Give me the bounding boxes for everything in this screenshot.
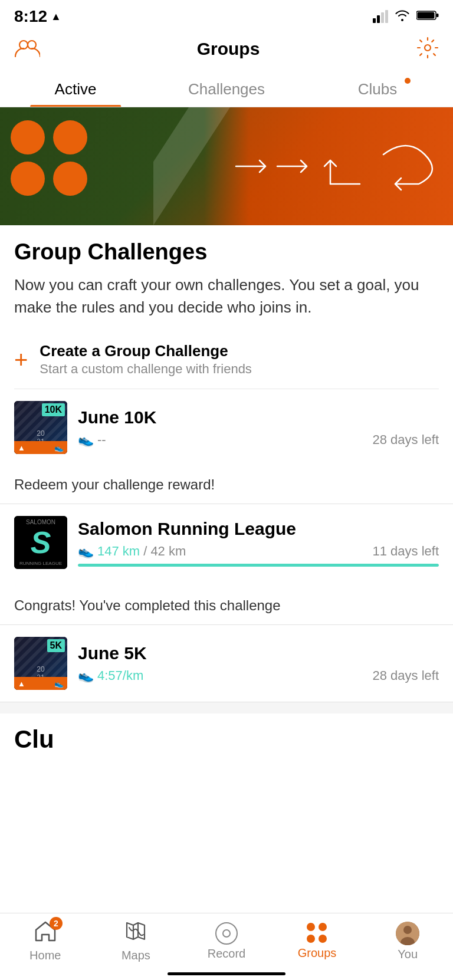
home-icon: 2 bbox=[34, 920, 57, 946]
location-arrow-icon: ▲ bbox=[51, 11, 61, 23]
settings-icon[interactable] bbox=[416, 37, 439, 61]
section-description: Now you can craft your own challenges. Y… bbox=[14, 274, 439, 318]
maps-icon bbox=[124, 920, 147, 946]
record-icon bbox=[215, 922, 238, 945]
challenge-card-june10k[interactable]: 10K 2021 ▲ 👟 June 10K 👟 -- 28 days left bbox=[0, 389, 453, 466]
battery-icon bbox=[416, 10, 439, 23]
shoe-icon-salomon: 👟 bbox=[78, 544, 94, 559]
home-badge: 2 bbox=[50, 917, 63, 930]
bottom-nav: 2 Home Maps Record bbox=[0, 913, 453, 980]
svg-rect-2 bbox=[436, 14, 439, 17]
section-title: Group Challenges bbox=[14, 239, 439, 265]
nav-groups[interactable]: Groups bbox=[288, 923, 347, 960]
redeem-message: Redeem your challenge reward! bbox=[0, 466, 453, 504]
challenge-card-salomon[interactable]: SALOMON S RUNNING LEAGUE Salomon Running… bbox=[0, 504, 453, 587]
nav-you[interactable]: You bbox=[378, 922, 437, 961]
challenge-card-june5k[interactable]: 5K 2021 ▲ 👟 June 5K 👟 4:57/km 28 days le… bbox=[0, 625, 453, 702]
create-challenge-row[interactable]: + Create a Group Challenge Start a custo… bbox=[14, 335, 439, 389]
svg-rect-1 bbox=[418, 12, 435, 19]
status-bar: 8:12 ▲ bbox=[0, 0, 453, 31]
challenge-info-june5k: June 5K 👟 4:57/km 28 days left bbox=[78, 643, 439, 683]
tabs: Active Challenges Clubs bbox=[0, 71, 453, 107]
page-title: Groups bbox=[197, 39, 260, 59]
svg-marker-6 bbox=[153, 107, 230, 225]
friends-icon[interactable] bbox=[14, 38, 40, 60]
congrats-message: Congrats! You've completed this challeng… bbox=[0, 587, 453, 625]
status-time: 8:12 ▲ bbox=[14, 7, 61, 26]
groups-icon bbox=[307, 923, 328, 944]
hero-circles bbox=[11, 120, 87, 196]
wifi-icon bbox=[394, 9, 411, 24]
badge-salomon: SALOMON S RUNNING LEAGUE bbox=[14, 516, 67, 569]
you-icon bbox=[396, 922, 419, 945]
svg-marker-10 bbox=[127, 923, 145, 939]
header: Groups bbox=[0, 31, 453, 71]
tab-clubs[interactable]: Clubs bbox=[302, 71, 453, 107]
content-area: Group Challenges Now you can craft your … bbox=[0, 225, 453, 389]
home-indicator bbox=[168, 972, 285, 975]
svg-point-5 bbox=[425, 45, 431, 51]
nav-maps[interactable]: Maps bbox=[106, 920, 165, 962]
svg-point-14 bbox=[403, 926, 412, 934]
create-challenge-text: Create a Group Challenge Start a custom … bbox=[40, 342, 252, 377]
plus-icon: + bbox=[14, 348, 28, 371]
shoe-icon-5k: 👟 bbox=[78, 668, 94, 683]
challenge-info-salomon: Salomon Running League 👟 147 km / 42 km … bbox=[78, 519, 439, 567]
signal-icon bbox=[373, 10, 388, 23]
hero-arrows bbox=[153, 107, 453, 225]
progress-bar-salomon bbox=[78, 564, 439, 567]
tab-active[interactable]: Active bbox=[0, 71, 151, 107]
clubs-notification-dot bbox=[405, 78, 411, 84]
tab-challenges[interactable]: Challenges bbox=[151, 71, 302, 107]
badge-june5k: 5K 2021 ▲ 👟 bbox=[14, 637, 67, 690]
badge-june10k: 10K 2021 ▲ 👟 bbox=[14, 401, 67, 454]
clubs-section-partial: Clu bbox=[0, 713, 453, 759]
challenge-info-june10k: June 10K 👟 -- 28 days left bbox=[78, 407, 439, 448]
hero-banner bbox=[0, 107, 453, 225]
shoe-icon: 👟 bbox=[78, 432, 94, 448]
status-icons bbox=[373, 9, 439, 24]
nav-record[interactable]: Record bbox=[197, 922, 256, 961]
nav-home[interactable]: 2 Home bbox=[16, 920, 75, 962]
